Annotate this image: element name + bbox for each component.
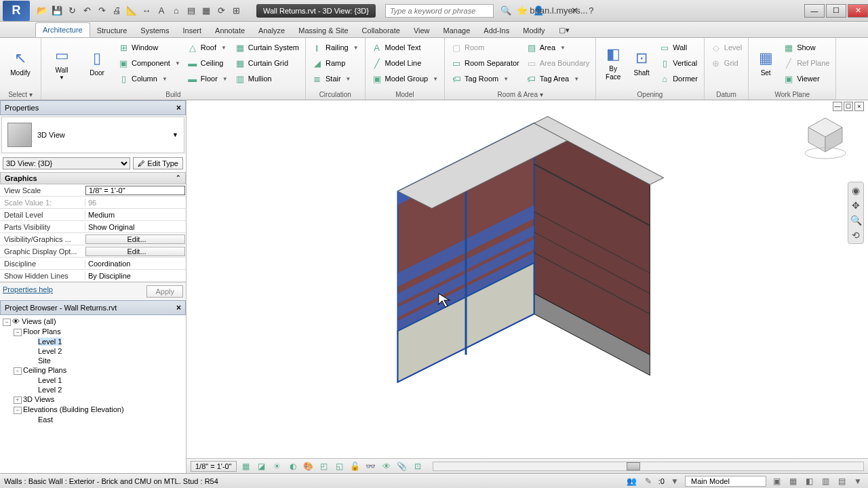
- vc-sun-icon[interactable]: ☀: [271, 461, 283, 472]
- ceiling-button[interactable]: ▬Ceiling: [184, 56, 231, 70]
- tagarea-button[interactable]: 🏷Tag Area▼: [524, 71, 592, 86]
- modeltext-button[interactable]: AModel Text: [369, 40, 441, 55]
- redo-icon[interactable]: ↷: [95, 4, 108, 18]
- h-scrollbar[interactable]: [433, 462, 864, 471]
- pan-icon[interactable]: ✥: [852, 200, 860, 211]
- expand-icon[interactable]: −: [14, 329, 22, 336]
- viewport-3d[interactable]: — ☐ ×: [186, 100, 868, 473]
- vc-temp-icon[interactable]: 👓: [365, 461, 377, 472]
- stair-button[interactable]: ≣Stair▼: [309, 71, 361, 86]
- apply-button[interactable]: Apply: [146, 285, 183, 298]
- tree-level1[interactable]: Level 1: [1, 337, 184, 346]
- dim-icon[interactable]: ↔: [140, 4, 153, 18]
- component-button[interactable]: ▣Component▼: [115, 56, 183, 70]
- wall-button[interactable]: ▭Wall▼: [45, 40, 79, 86]
- sb-i2-icon[interactable]: ▦: [787, 476, 799, 487]
- tab-modify[interactable]: Modify: [516, 24, 551, 37]
- 3d-icon[interactable]: ⌂: [170, 4, 183, 18]
- maximize-button[interactable]: ☐: [826, 4, 846, 18]
- tree-elevations[interactable]: −Elevations (Building Elevation): [1, 405, 184, 415]
- search-go-icon[interactable]: 🔍: [499, 4, 513, 18]
- viewscale-field[interactable]: 1/8" = 1'-0": [85, 186, 185, 195]
- save-icon[interactable]: 💾: [50, 4, 64, 18]
- wallop-button[interactable]: ▭Wall: [656, 40, 701, 55]
- vc-shadow-icon[interactable]: ◐: [287, 461, 299, 472]
- tab-architecture[interactable]: Architecture: [35, 22, 90, 37]
- set-button[interactable]: ▦Set: [752, 40, 779, 86]
- type-selector[interactable]: 3D View ▼: [1, 117, 184, 153]
- sync-icon[interactable]: ↻: [65, 4, 79, 18]
- sb-i1-icon[interactable]: ▣: [770, 476, 783, 487]
- viewer-button[interactable]: ▣Viewer: [781, 71, 832, 86]
- door-button[interactable]: ▯Door: [80, 40, 114, 86]
- area-button[interactable]: ▨Area▼: [524, 40, 592, 55]
- tree-east[interactable]: East: [1, 415, 184, 424]
- visgraphics-button[interactable]: Edit...: [85, 235, 185, 244]
- vc-analytical-icon[interactable]: ⊡: [412, 461, 424, 472]
- tree-level2[interactable]: Level 2: [1, 346, 184, 356]
- vw-min-icon[interactable]: —: [833, 102, 842, 111]
- expand-icon[interactable]: −: [14, 407, 22, 414]
- browser-close-icon[interactable]: ×: [176, 303, 181, 312]
- instance-filter[interactable]: 3D View: {3D}: [3, 157, 130, 169]
- tab-annotate[interactable]: Annotate: [208, 24, 252, 37]
- minimize-button[interactable]: —: [804, 4, 825, 18]
- column-button[interactable]: ▯Column▼: [115, 71, 183, 86]
- collapse-icon[interactable]: ⌃: [176, 174, 181, 182]
- vc-detail-icon[interactable]: ▦: [240, 461, 252, 472]
- sb-workset-icon[interactable]: 👥: [626, 476, 638, 487]
- expand-icon[interactable]: +: [14, 396, 22, 404]
- grid-button[interactable]: ⊕Grid: [708, 56, 745, 70]
- tab-insert[interactable]: Insert: [176, 24, 209, 37]
- sheet-icon[interactable]: ▦: [199, 4, 213, 18]
- graphics-section[interactable]: Graphics⌃: [0, 172, 186, 184]
- vc-lock-icon[interactable]: 🔓: [349, 461, 361, 472]
- properties-header[interactable]: Properties ×: [0, 100, 186, 115]
- roomsep-button[interactable]: ▭Room Separator: [448, 56, 522, 70]
- tagroom-button[interactable]: 🏷Tag Room▼: [448, 71, 522, 86]
- tab-addins[interactable]: Add-Ins: [477, 24, 516, 37]
- tab-analyze[interactable]: Analyze: [252, 24, 292, 37]
- browser-header[interactable]: Project Browser - Wall Returns.rvt ×: [0, 300, 186, 315]
- tree-cp-level1[interactable]: Level 1: [1, 375, 184, 385]
- tab-extra[interactable]: ▢▾: [552, 23, 576, 37]
- sb-i3-icon[interactable]: ◧: [803, 476, 815, 487]
- modelline-button[interactable]: ╱Model Line: [369, 56, 441, 70]
- undo-icon[interactable]: ↶: [80, 4, 94, 18]
- expand-icon[interactable]: −: [3, 319, 11, 326]
- show-button[interactable]: ▦Show: [781, 40, 832, 55]
- sb-i5-icon[interactable]: ▤: [835, 476, 848, 487]
- app-logo[interactable]: R: [3, 1, 30, 21]
- sb-i6-icon[interactable]: ▼: [852, 476, 864, 487]
- user-name[interactable]: brian.l.myers...: [552, 4, 566, 18]
- expand-icon[interactable]: −: [14, 367, 22, 375]
- model-canvas[interactable]: [186, 100, 868, 473]
- subscribe-icon[interactable]: ⭐: [515, 4, 529, 18]
- zoom-icon[interactable]: 🔍: [850, 215, 862, 226]
- byface-button[interactable]: ◧By Face: [599, 40, 627, 86]
- workset-selector[interactable]: Main Model: [685, 476, 766, 487]
- tab-systems[interactable]: Systems: [134, 24, 176, 37]
- graphicdisp-button[interactable]: Edit...: [85, 247, 185, 256]
- detaillevel-field[interactable]: Medium: [85, 211, 186, 219]
- fullnav-icon[interactable]: ◉: [852, 185, 860, 196]
- switch-icon[interactable]: ⊞: [229, 4, 243, 18]
- tree-cp-level2[interactable]: Level 2: [1, 385, 184, 394]
- partsvis-field[interactable]: Show Original: [85, 223, 186, 231]
- dormer-button[interactable]: ⌂Dormer: [656, 71, 701, 86]
- search-input[interactable]: [385, 4, 494, 18]
- vc-render-icon[interactable]: 🎨: [302, 461, 315, 472]
- curtaingrid-button[interactable]: ▦Curtain Grid: [232, 56, 302, 70]
- tab-view[interactable]: View: [407, 24, 437, 37]
- vertical-button[interactable]: ▯Vertical: [656, 56, 701, 70]
- tab-manage[interactable]: Manage: [437, 24, 477, 37]
- tree-site[interactable]: Site: [1, 356, 184, 365]
- edit-type-button[interactable]: 🖉Edit Type: [133, 157, 183, 169]
- vc-cropvis-icon[interactable]: ◱: [334, 461, 346, 472]
- section-icon[interactable]: ▤: [184, 4, 198, 18]
- open-icon[interactable]: 📂: [35, 4, 49, 18]
- level-button[interactable]: ◇Level: [708, 40, 745, 55]
- shaft-button[interactable]: ⊡Shaft: [628, 40, 655, 86]
- vw-max-icon[interactable]: ☐: [844, 102, 853, 111]
- vc-constraint-icon[interactable]: 📎: [396, 461, 408, 472]
